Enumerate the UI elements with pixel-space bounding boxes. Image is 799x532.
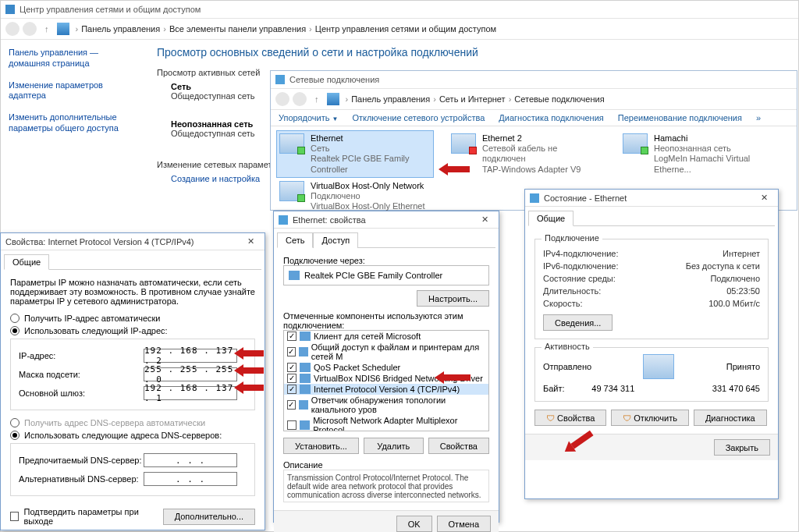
ipv4-properties-dialog: Свойства: Internet Protocol Version 4 (T…: [0, 232, 265, 530]
description-label: Описание: [283, 460, 489, 470]
mask-label: Маска подсети:: [19, 370, 144, 379]
nc-bc-2[interactable]: Сеть и Интернет: [439, 94, 506, 104]
radio-dns-manual[interactable]: Использовать следующие адреса DNS-сервер…: [10, 431, 255, 440]
component-row[interactable]: Ответчик обнаружения топологии канальног…: [284, 395, 488, 415]
left-link-sharing[interactable]: Изменить дополнительные параметры общего…: [9, 112, 138, 134]
close-icon[interactable]: ✕: [755, 193, 773, 203]
radio-ip-manual[interactable]: Использовать следующий IP-адрес:: [10, 326, 255, 335]
properties-button[interactable]: 🛡Свойства: [534, 410, 606, 426]
nc-toolbar: Упорядочить▼ Отключение сетевого устройс…: [271, 110, 797, 126]
adapter-device: LogMeIn Hamachi Virtual Etherne...: [654, 154, 774, 174]
checkbox-icon[interactable]: [287, 385, 297, 394]
nc-forward[interactable]: [293, 92, 307, 106]
nc-title-bar: Сетевые подключения: [271, 71, 797, 88]
close-icon[interactable]: ✕: [475, 215, 494, 225]
adapter-icon: [279, 133, 304, 154]
component-row[interactable]: Microsoft Network Adapter Multiplexor Pr…: [284, 415, 488, 431]
status-row: IPv4-подключение:Интернет: [543, 249, 760, 258]
configure-button[interactable]: Настроить...: [417, 290, 489, 307]
more-button[interactable]: »: [756, 113, 761, 122]
component-row[interactable]: Общий доступ к файлам и принтерам для се…: [284, 342, 488, 362]
radio-icon: [10, 326, 20, 335]
ipv4-body: Параметры IP можно назначать автоматичес…: [1, 270, 265, 532]
checkbox-icon[interactable]: [287, 363, 297, 372]
ipv4-tabs: Общие: [4, 254, 261, 270]
adapter-ethernet[interactable]: Ethernet Сеть Realtek PCIe GBE Family Co…: [277, 131, 433, 177]
shield-icon: 🛡: [546, 413, 555, 423]
close-button[interactable]: Закрыть: [714, 439, 770, 456]
app-icon: [5, 5, 15, 14]
window-title: Центр управления сетями и общим доступом: [20, 5, 201, 14]
checkbox-icon[interactable]: [287, 374, 297, 383]
ip-input[interactable]: 192 . 168 . 137 . 2: [144, 349, 237, 363]
forward-button[interactable]: [23, 22, 37, 36]
tab-general[interactable]: Общие: [528, 211, 574, 226]
nc-bc-1[interactable]: Панель управления: [351, 94, 430, 104]
details-button[interactable]: Сведения...: [543, 314, 613, 331]
tab-network[interactable]: Сеть: [277, 232, 313, 248]
radio-ip-auto[interactable]: Получить IP-адрес автоматически: [10, 314, 255, 323]
adapter-status: Подключено: [311, 191, 431, 201]
adapter-icon: [289, 271, 300, 280]
component-icon: [300, 374, 311, 383]
breadcrumb-2[interactable]: Все элементы панели управления: [169, 24, 306, 34]
tab-access[interactable]: Доступ: [313, 232, 358, 248]
diagnose-button[interactable]: Диагностика: [694, 410, 767, 426]
adapter-name: Ethernet: [311, 133, 431, 144]
remove-button[interactable]: Удалить: [364, 438, 424, 454]
bytes-label: Байт:: [543, 384, 565, 393]
nc-back[interactable]: [275, 92, 289, 106]
adapter-status: Неопознанная сеть: [654, 144, 774, 154]
nc-up[interactable]: ↑: [314, 94, 319, 104]
checkbox-icon[interactable]: [287, 332, 297, 341]
components-list[interactable]: Клиент для сетей Microsoft Общий доступ …: [283, 330, 489, 431]
ok-button[interactable]: OK: [396, 516, 432, 532]
component-row-ipv4[interactable]: Internet Protocol Version 4 (TCP/IPv4): [284, 384, 488, 395]
left-link-home[interactable]: Панель управления — домашняя страница: [9, 48, 138, 69]
breadcrumb-1[interactable]: Панель управления: [81, 24, 160, 34]
back-button[interactable]: [5, 22, 20, 36]
up-button[interactable]: ↑: [44, 24, 49, 34]
disable-button[interactable]: 🛡Отключить: [611, 410, 689, 426]
sent-label: Отправлено: [543, 362, 591, 371]
rename-button[interactable]: Переименование подключения: [618, 113, 742, 122]
activity-group-title: Активность: [542, 342, 593, 351]
close-icon[interactable]: ✕: [241, 236, 260, 246]
component-row[interactable]: QoS Packet Scheduler: [284, 362, 488, 373]
dns2-input[interactable]: . . .: [144, 472, 237, 486]
component-icon: [300, 420, 311, 430]
cancel-button[interactable]: Отмена: [437, 516, 491, 532]
breadcrumb-3[interactable]: Центр управления сетями и общим доступом: [315, 24, 496, 34]
disable-device-button[interactable]: Отключение сетевого устройства: [352, 113, 485, 122]
component-icon: [300, 332, 311, 341]
organize-menu[interactable]: Упорядочить▼: [279, 113, 338, 122]
left-link-adapter[interactable]: Изменение параметров адаптера: [9, 80, 138, 102]
advanced-button[interactable]: Дополнительно...: [163, 509, 255, 525]
adapter-name-text: Realtek PCIe GBE Family Controller: [304, 271, 442, 280]
tab-general[interactable]: Общие: [4, 254, 49, 270]
adapter-ethernet2[interactable]: Ethernet 2 Сетевой кабель не подключен T…: [449, 131, 605, 177]
breadcrumb-bar: ↑ › Панель управления › Все элементы пан…: [1, 18, 798, 40]
component-row[interactable]: VirtualBox NDIS6 Bridged Networking Driv…: [284, 373, 488, 384]
checkbox-icon[interactable]: [287, 400, 296, 410]
component-row[interactable]: Клиент для сетей Microsoft: [284, 331, 488, 342]
dns1-input[interactable]: . . .: [144, 453, 237, 467]
eth-body: Подключение через: Realtek PCIe GBE Fami…: [274, 248, 499, 510]
components-label: Отмеченные компоненты используются этим …: [283, 311, 489, 330]
component-icon: [300, 385, 311, 394]
mask-input[interactable]: 255 . 255 . 255 . 0: [144, 367, 237, 381]
status-title: Состояние - Ethernet: [544, 193, 627, 203]
adapter-device: Realtek PCIe GBE Family Controller: [311, 154, 431, 174]
properties-button[interactable]: Свойства: [428, 438, 489, 454]
recv-label: Принято: [726, 362, 760, 371]
gateway-input[interactable]: 192 . 168 . 137 . 1: [144, 386, 237, 400]
status-row: Скорость:100.0 Мбит/с: [543, 299, 760, 308]
nc-bc-3[interactable]: Сетевые подключения: [514, 94, 604, 104]
install-button[interactable]: Установить...: [283, 438, 359, 454]
diagnose-button[interactable]: Диагностика подключения: [499, 113, 603, 122]
confirm-on-exit-checkbox[interactable]: Подтвердить параметры при выходе: [10, 507, 163, 526]
checkbox-icon[interactable]: [287, 347, 296, 356]
checkbox-icon[interactable]: [287, 420, 297, 430]
radio-dns-auto: Получить адрес DNS-сервера автоматически: [10, 418, 255, 427]
adapter-hamachi[interactable]: Hamachi Неопознанная сеть LogMeIn Hamach…: [620, 131, 776, 177]
